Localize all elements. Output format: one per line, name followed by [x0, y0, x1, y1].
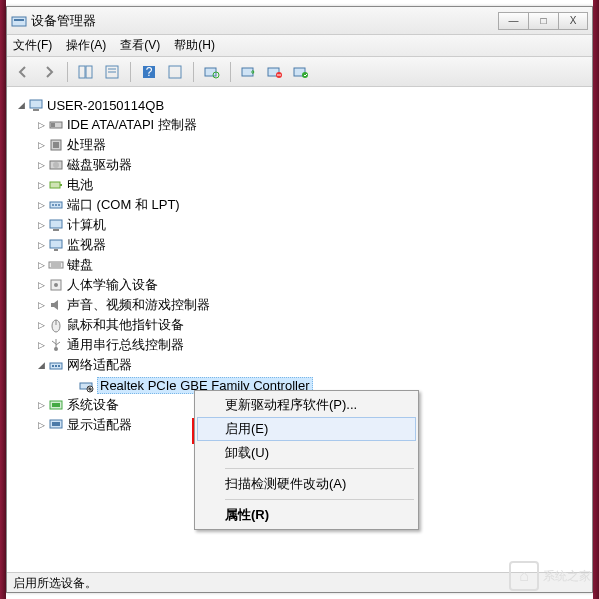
- disk-icon: [47, 157, 65, 173]
- cpu-icon: [47, 137, 65, 153]
- tree-item[interactable]: ▷监视器: [15, 235, 584, 255]
- computer-icon: [27, 97, 45, 113]
- tree-item[interactable]: ◢网络适配器: [15, 355, 584, 375]
- svg-rect-9: [169, 66, 181, 78]
- menu-file[interactable]: 文件(F): [13, 37, 52, 54]
- svg-rect-35: [54, 249, 58, 251]
- tree-item[interactable]: ▷通用串行总线控制器: [15, 335, 584, 355]
- expand-icon[interactable]: ▷: [35, 260, 47, 270]
- tree-item[interactable]: ▷电池: [15, 175, 584, 195]
- tree-item[interactable]: ▷端口 (COM 和 LPT): [15, 195, 584, 215]
- properties-button[interactable]: [100, 60, 124, 84]
- titlebar[interactable]: 设备管理器 — □ X: [7, 7, 592, 35]
- svg-rect-48: [52, 365, 54, 367]
- context-menu: 更新驱动程序软件(P)... 启用(E) 卸载(U) 扫描检测硬件改动(A) 属…: [194, 390, 419, 530]
- svg-rect-0: [12, 17, 26, 26]
- cm-enable[interactable]: 启用(E): [197, 417, 416, 441]
- monitor-icon: [47, 237, 65, 253]
- nav-back-button[interactable]: [11, 60, 35, 84]
- ide-icon: [47, 117, 65, 133]
- expand-icon[interactable]: ▷: [35, 240, 47, 250]
- scan-hardware-button[interactable]: [200, 60, 224, 84]
- expand-icon[interactable]: ▷: [35, 400, 47, 410]
- tree-item-label: 声音、视频和游戏控制器: [67, 296, 210, 314]
- port-icon: [47, 197, 65, 213]
- expand-icon[interactable]: ▷: [35, 160, 47, 170]
- expand-icon[interactable]: ▷: [35, 140, 47, 150]
- menu-view[interactable]: 查看(V): [120, 37, 160, 54]
- svg-line-45: [52, 341, 56, 344]
- hid-icon: [47, 277, 65, 293]
- svg-rect-19: [33, 109, 39, 111]
- battery-icon: [47, 177, 65, 193]
- tree-item[interactable]: ▷IDE ATA/ATAPI 控制器: [15, 115, 584, 135]
- svg-point-25: [53, 162, 59, 168]
- svg-point-40: [54, 283, 58, 287]
- maximize-button[interactable]: □: [528, 12, 558, 30]
- tree-root[interactable]: ◢ USER-20150114QB: [15, 95, 584, 115]
- expand-icon[interactable]: ▷: [35, 300, 47, 310]
- tree-item[interactable]: ▷处理器: [15, 135, 584, 155]
- expand-icon[interactable]: ▷: [35, 120, 47, 130]
- tree-item[interactable]: ▷人体学输入设备: [15, 275, 584, 295]
- tree-item-label: 电池: [67, 176, 93, 194]
- tree-item[interactable]: ▷计算机: [15, 215, 584, 235]
- cm-separator: [225, 468, 414, 469]
- enable-button[interactable]: [237, 60, 261, 84]
- expand-icon[interactable]: ▷: [35, 180, 47, 190]
- expand-icon[interactable]: ▷: [35, 420, 47, 430]
- toolbar: ?: [7, 57, 592, 87]
- nav-fwd-button[interactable]: [37, 60, 61, 84]
- action-button[interactable]: [163, 60, 187, 84]
- svg-line-46: [56, 342, 60, 345]
- svg-rect-1: [14, 19, 24, 21]
- app-icon: [11, 13, 27, 29]
- tree-item-label: 键盘: [67, 256, 93, 274]
- update-driver-button[interactable]: [289, 60, 313, 84]
- tree-item[interactable]: ▷键盘: [15, 255, 584, 275]
- mouse-icon: [47, 317, 65, 333]
- minimize-button[interactable]: —: [498, 12, 528, 30]
- expand-icon[interactable]: ▷: [35, 320, 47, 330]
- uninstall-button[interactable]: [263, 60, 287, 84]
- keyboard-icon: [47, 257, 65, 273]
- cm-separator: [225, 499, 414, 500]
- tree-item[interactable]: ▷鼠标和其他指针设备: [15, 315, 584, 335]
- collapse-icon[interactable]: ◢: [15, 100, 27, 110]
- svg-rect-36: [49, 262, 63, 268]
- cm-uninstall[interactable]: 卸载(U): [197, 441, 416, 465]
- svg-point-17: [302, 72, 308, 78]
- svg-rect-23: [53, 142, 59, 148]
- cm-update-driver[interactable]: 更新驱动程序软件(P)...: [197, 393, 416, 417]
- show-hide-tree-button[interactable]: [74, 60, 98, 84]
- expand-icon[interactable]: ▷: [35, 220, 47, 230]
- svg-rect-18: [30, 100, 42, 108]
- close-button[interactable]: X: [558, 12, 588, 30]
- svg-rect-2: [79, 66, 85, 78]
- menu-help[interactable]: 帮助(H): [174, 37, 215, 54]
- sound-icon: [47, 297, 65, 313]
- tree-item[interactable]: ▷声音、视频和游戏控制器: [15, 295, 584, 315]
- computer-icon: [47, 217, 65, 233]
- tree-item[interactable]: ▷磁盘驱动器: [15, 155, 584, 175]
- nic-disabled-icon: [77, 377, 95, 393]
- expand-icon[interactable]: ▷: [35, 280, 47, 290]
- expand-icon[interactable]: ▷: [35, 200, 47, 210]
- svg-point-30: [55, 204, 57, 206]
- tree-item-label: 系统设备: [67, 396, 119, 414]
- svg-rect-3: [86, 66, 92, 78]
- menu-action[interactable]: 操作(A): [66, 37, 106, 54]
- status-text: 启用所选设备。: [13, 576, 97, 590]
- expand-icon[interactable]: ▷: [35, 340, 47, 350]
- cm-properties[interactable]: 属性(R): [197, 503, 416, 527]
- cm-scan[interactable]: 扫描检测硬件改动(A): [197, 472, 416, 496]
- tree-item-label: 端口 (COM 和 LPT): [67, 196, 180, 214]
- svg-point-29: [52, 204, 54, 206]
- help-button[interactable]: ?: [137, 60, 161, 84]
- svg-rect-32: [50, 220, 62, 228]
- expand-icon[interactable]: ◢: [35, 360, 47, 370]
- tree-item-label: IDE ATA/ATAPI 控制器: [67, 116, 197, 134]
- svg-rect-56: [52, 422, 60, 426]
- svg-rect-50: [58, 365, 60, 367]
- tree-item-label: 通用串行总线控制器: [67, 336, 184, 354]
